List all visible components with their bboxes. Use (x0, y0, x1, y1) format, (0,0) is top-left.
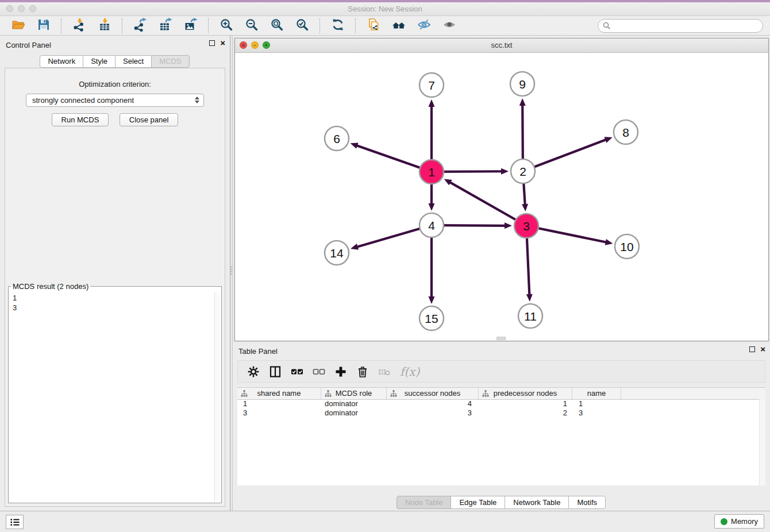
float-panel-icon[interactable] (209, 40, 215, 46)
tab-select[interactable]: Select (115, 55, 152, 68)
network-canvas[interactable]: 7968124314101511 (235, 53, 768, 341)
export-table-icon (159, 18, 172, 34)
mcds-result-text[interactable]: 1 3 (10, 292, 214, 502)
column-header-predecessor-nodes[interactable]: predecessor nodes (479, 388, 572, 399)
tab-style[interactable]: Style (83, 55, 116, 68)
search-field[interactable] (598, 19, 763, 33)
node-label: 4 (428, 219, 435, 232)
refresh-icon (331, 18, 345, 34)
create-column-button[interactable] (332, 364, 349, 379)
table-row[interactable]: 3 dominator 3 2 3 (237, 408, 760, 418)
function-builder-button[interactable]: f(x) (400, 365, 419, 379)
window-controls[interactable] (6, 5, 36, 12)
cell-predecessor-nodes[interactable]: 2 (479, 408, 572, 418)
column-header-mcds-role[interactable]: MCDS role (321, 388, 387, 399)
cell-shared-name[interactable]: 3 (237, 408, 321, 418)
close-panel-icon[interactable]: × (760, 346, 765, 353)
open-session-button[interactable] (9, 18, 28, 34)
control-panel-title: Control Panel (6, 41, 51, 49)
close-window-button[interactable] (6, 5, 13, 12)
hierarchy-icon (390, 390, 397, 397)
close-panel-icon[interactable]: × (220, 40, 225, 47)
delete-table-button[interactable] (376, 364, 393, 379)
arrowhead-icon (429, 99, 435, 107)
search-input[interactable] (614, 21, 758, 30)
tab-network[interactable]: Network (40, 55, 83, 68)
criterion-select[interactable]: strongly connected component (26, 94, 204, 107)
unselect-all-columns-button[interactable] (310, 364, 328, 379)
import-table-icon (98, 18, 111, 34)
copy-network-view-button[interactable] (364, 18, 383, 34)
table-row[interactable]: 1 dominator 4 1 1 (237, 399, 760, 408)
edge-2-8[interactable] (523, 140, 606, 171)
zoom-selected-button[interactable] (292, 18, 312, 34)
memory-button[interactable]: Memory (714, 514, 764, 529)
close-panel-button[interactable]: Close panel (120, 113, 179, 126)
view-resize-grip[interactable] (496, 337, 506, 340)
toolbar-separator (61, 18, 62, 33)
arrowhead-icon (522, 204, 528, 211)
network-view-window: × − + scc.txt 7968124314101511 (234, 38, 769, 341)
cell-name[interactable]: 1 (572, 399, 621, 408)
cell-successor-nodes[interactable]: 4 (387, 399, 479, 408)
hierarchy-icon (241, 390, 248, 397)
refresh-button[interactable] (328, 18, 348, 34)
node-label: 7 (428, 79, 435, 92)
delete-column-button[interactable] (354, 364, 371, 379)
edge-3-1[interactable] (449, 182, 526, 226)
cell-shared-name[interactable]: 1 (237, 399, 321, 408)
column-header-name[interactable]: name (572, 388, 621, 399)
tab-edge-table[interactable]: Edge Table (451, 496, 505, 509)
toolbar-separator (122, 18, 123, 33)
show-columns-button[interactable] (267, 364, 284, 379)
import-table-button[interactable] (95, 18, 114, 34)
arrowhead-icon (429, 203, 435, 211)
tab-mcds[interactable]: MCDS (151, 55, 189, 68)
hide-selected-button[interactable] (414, 18, 434, 34)
save-session-button[interactable] (34, 18, 53, 34)
network-graph[interactable]: 7968124314101511 (235, 53, 768, 341)
table-scrollbar[interactable] (759, 399, 765, 485)
minimize-window-button[interactable] (18, 5, 25, 12)
zoom-window-button[interactable] (29, 5, 36, 12)
zoom-fit-button[interactable] (267, 18, 287, 34)
column-header-shared-name[interactable]: shared name (237, 388, 321, 399)
tab-network-table[interactable]: Network Table (505, 496, 569, 509)
select-all-columns-button[interactable] (288, 364, 306, 379)
node-label: 11 (524, 310, 537, 323)
show-all-button[interactable] (440, 18, 459, 34)
minimize-view-button[interactable]: − (251, 41, 259, 49)
home-button[interactable] (389, 18, 409, 34)
tab-motifs[interactable]: Motifs (568, 496, 606, 509)
export-network-button[interactable] (130, 18, 150, 34)
splitter-grip-icon (230, 267, 232, 276)
export-table-button[interactable] (156, 18, 175, 34)
maximize-view-button[interactable]: + (263, 41, 270, 49)
column-header-successor-nodes[interactable]: successor nodes (387, 388, 479, 399)
eye-slash-icon (417, 18, 431, 34)
float-panel-icon[interactable] (749, 346, 755, 352)
cell-name[interactable]: 3 (572, 408, 621, 418)
export-image-icon (184, 18, 198, 34)
main-toolbar (0, 16, 770, 36)
cell-mcds-role[interactable]: dominator (321, 399, 387, 408)
run-mcds-button[interactable]: Run MCDS (52, 113, 109, 126)
import-network-button[interactable] (70, 18, 89, 34)
arrowhead-icon (429, 296, 435, 304)
network-view-title: scc.txt (235, 38, 768, 52)
cell-mcds-role[interactable]: dominator (321, 408, 387, 418)
task-history-button[interactable] (6, 515, 24, 529)
save-floppy-icon (37, 18, 51, 34)
zoom-in-button[interactable] (217, 18, 236, 34)
list-icon (9, 517, 21, 527)
close-view-button[interactable]: × (240, 41, 247, 49)
tab-node-table[interactable]: Node Table (396, 496, 452, 509)
zoom-out-button[interactable] (242, 18, 261, 34)
cell-predecessor-nodes[interactable]: 1 (479, 399, 572, 408)
toolbar-separator (319, 18, 321, 33)
export-image-button[interactable] (181, 18, 201, 34)
table-body: 1 dominator 4 1 1 3 dominator 3 2 3 (237, 399, 760, 485)
result-scrollbar[interactable] (214, 292, 220, 502)
table-settings-button[interactable] (245, 364, 262, 379)
cell-successor-nodes[interactable]: 3 (387, 408, 479, 418)
